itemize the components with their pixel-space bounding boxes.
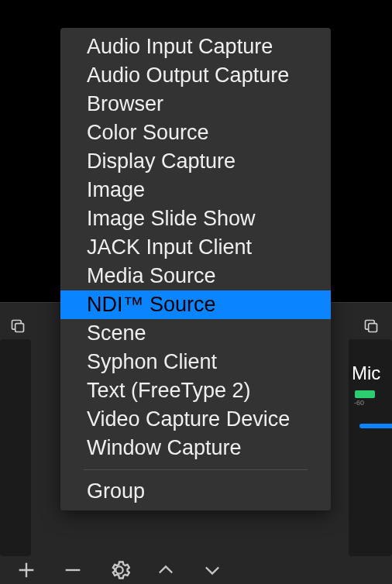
menu-item[interactable]: JACK Input Client xyxy=(60,233,331,262)
audio-meter xyxy=(355,390,375,398)
sources-action-bar xyxy=(0,559,223,581)
popout-icon[interactable] xyxy=(9,318,26,334)
menu-item[interactable]: Display Capture xyxy=(60,147,331,176)
menu-item[interactable]: Color Source xyxy=(60,119,331,147)
menu-separator xyxy=(84,469,308,470)
volume-slider[interactable] xyxy=(359,424,392,428)
menu-item[interactable]: Media Source xyxy=(60,262,331,290)
menu-item[interactable]: Syphon Client xyxy=(60,348,331,376)
menu-item[interactable]: Text (FreeType 2) xyxy=(60,376,331,405)
svg-rect-3 xyxy=(369,324,377,332)
mixer-channel-label: Mic xyxy=(352,362,392,384)
popout-icon[interactable] xyxy=(363,318,380,334)
menu-item[interactable]: Video Capture Device xyxy=(60,405,331,434)
menu-item[interactable]: Audio Output Capture xyxy=(60,61,331,90)
menu-item[interactable]: Scene xyxy=(60,319,331,348)
add-icon[interactable] xyxy=(15,559,37,581)
db-mark: -60 xyxy=(354,399,392,407)
gear-icon[interactable] xyxy=(108,559,130,581)
move-up-icon[interactable] xyxy=(155,559,177,581)
menu-item[interactable]: Audio Input Capture xyxy=(60,33,331,61)
menu-item-group[interactable]: Group xyxy=(60,477,331,506)
menu-item[interactable]: Image Slide Show xyxy=(60,204,331,233)
menu-item[interactable]: Browser xyxy=(60,90,331,119)
panel-left xyxy=(0,339,31,556)
move-down-icon[interactable] xyxy=(201,559,223,581)
svg-rect-1 xyxy=(15,324,24,332)
remove-icon[interactable] xyxy=(62,559,84,581)
menu-item[interactable]: Image xyxy=(60,176,331,204)
menu-item[interactable]: Window Capture xyxy=(60,434,331,462)
add-source-menu: Audio Input CaptureAudio Output CaptureB… xyxy=(60,28,331,510)
menu-item[interactable]: NDI™ Source xyxy=(60,290,331,319)
mixer-panel: Mic -60 xyxy=(349,339,392,556)
